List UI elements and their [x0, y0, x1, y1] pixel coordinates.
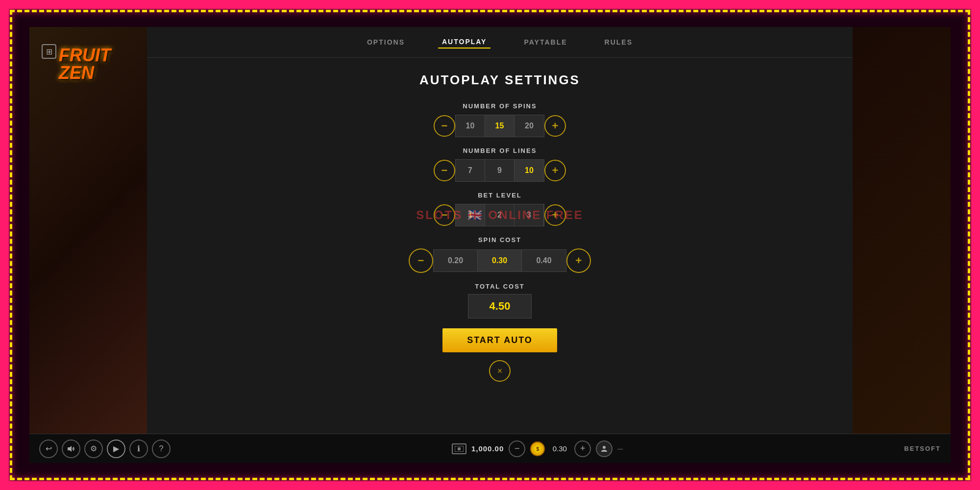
lines-controls: − 7 9 10 + — [434, 159, 566, 182]
autoplay-content: AUTOPLAY SETTINGS NUMBER OF SPINS − 10 1… — [147, 58, 853, 396]
tab-rules[interactable]: RULES — [601, 36, 637, 48]
lines-minus-button[interactable]: − — [434, 160, 455, 181]
start-auto-button[interactable]: START AUTO — [442, 328, 557, 352]
svg-point-3 — [603, 446, 606, 449]
bet-level-values: 1 2 3 SLOTS 🇬🇧 ONLINE FREE — [455, 204, 544, 226]
spins-controls: − 10 15 20 + — [434, 115, 566, 137]
total-cost-section: TOTAL COST 4.50 — [377, 283, 622, 318]
logo-text-zen: ZEN — [59, 63, 94, 83]
settings-button[interactable]: ⚙ — [84, 440, 103, 458]
spin-cost-controls: − 0.20 0.30 0.40 + — [409, 248, 591, 273]
spins-value-10[interactable]: 10 — [456, 115, 485, 137]
lines-label: NUMBER OF LINES — [463, 147, 537, 154]
lines-plus-button[interactable]: + — [544, 160, 566, 181]
total-cost-label: TOTAL COST — [475, 283, 525, 290]
toolbar-balance-area: 1,000.00 − $ 0.30 + – — [180, 441, 894, 457]
balance-amount: 1,000.00 — [471, 444, 504, 453]
betsoft-logo: BETSOFT — [904, 445, 941, 452]
spin-cost-value-020[interactable]: 0.20 — [434, 250, 478, 271]
toolbar-separator: – — [617, 443, 623, 454]
bet-level-plus-button[interactable]: + — [544, 204, 566, 226]
lines-value-7[interactable]: 7 — [456, 160, 485, 181]
sound-button[interactable] — [62, 440, 80, 458]
bet-level-label: BET LEVEL — [478, 192, 522, 199]
bet-plus-button[interactable]: + — [574, 441, 591, 457]
svg-marker-0 — [68, 446, 72, 452]
spins-minus-button[interactable]: − — [434, 115, 455, 137]
play-button[interactable]: ▶ — [107, 440, 125, 458]
help-button[interactable]: ? — [152, 440, 171, 458]
bet-level-value-2[interactable]: 2 — [485, 204, 514, 226]
spin-cost-value-040[interactable]: 0.40 — [522, 250, 566, 271]
spin-cost-values: 0.20 0.30 0.40 — [433, 249, 566, 272]
spins-values: 10 15 20 — [455, 115, 544, 137]
info-button[interactable]: ℹ — [129, 440, 148, 458]
logo-text-fruit: F — [59, 45, 70, 65]
lines-value-9[interactable]: 9 — [485, 160, 514, 181]
game-logo: ⊞ FRUIT ZEN — [39, 42, 118, 81]
bottom-toolbar: ↩ ⚙ ▶ ℹ ? 1,000.00 − $ — [29, 434, 951, 463]
lines-values: 7 9 10 — [455, 159, 544, 182]
coin-icon: $ — [530, 441, 545, 456]
lines-value-10[interactable]: 10 — [514, 160, 544, 181]
bet-level-value-3[interactable]: 3 — [514, 204, 544, 226]
tab-autoplay[interactable]: AUTOPLAY — [438, 36, 490, 49]
spins-label: NUMBER OF SPINS — [463, 102, 537, 110]
tab-paytable[interactable]: PAYTABLE — [520, 36, 571, 48]
balance-icon — [452, 443, 466, 454]
nav-tabs: OPTIONS AUTOPLAY PAYTABLE RULES — [147, 27, 853, 58]
logo-icon: ⊞ — [42, 44, 56, 59]
left-sidebar: ⊞ FRUIT ZEN — [29, 27, 147, 434]
bet-level-minus-button[interactable]: − — [434, 204, 455, 226]
page-title: AUTOPLAY SETTINGS — [419, 73, 580, 88]
main-panel: OPTIONS AUTOPLAY PAYTABLE RULES AUTOPLAY… — [147, 27, 853, 434]
tab-options[interactable]: OPTIONS — [363, 36, 409, 48]
logo-text-ruit: RUIT — [70, 45, 111, 65]
spin-cost-label: SPIN COST — [478, 236, 521, 244]
bet-value: 0.30 — [550, 444, 569, 453]
right-sidebar — [853, 27, 951, 434]
spin-cost-section: SPIN COST − 0.20 0.30 0.40 + — [377, 236, 622, 273]
bet-level-controls: − 1 2 3 SLOTS 🇬🇧 ONLINE FREE + — [434, 204, 566, 226]
close-button[interactable]: × — [489, 360, 511, 382]
bet-minus-button[interactable]: − — [509, 441, 525, 457]
profile-icon — [596, 441, 612, 457]
spins-value-15[interactable]: 15 — [485, 115, 514, 137]
spin-cost-value-030[interactable]: 0.30 — [478, 250, 522, 271]
game-container: ⊞ FRUIT ZEN OPTIONS AUTOPLAY PAYTABLE RU… — [29, 27, 951, 463]
spin-cost-minus-button[interactable]: − — [409, 248, 433, 273]
svg-rect-2 — [458, 447, 461, 450]
spins-section: NUMBER OF SPINS − 10 15 20 + — [377, 102, 622, 137]
spin-cost-plus-button[interactable]: + — [566, 248, 591, 273]
bet-level-section: BET LEVEL − 1 2 3 SLOTS 🇬🇧 ONLINE FREE + — [377, 192, 622, 226]
logo-text: FRUIT ZEN — [59, 47, 111, 82]
lines-section: NUMBER OF LINES − 7 9 10 + — [377, 147, 622, 182]
back-button[interactable]: ↩ — [39, 440, 58, 458]
spins-plus-button[interactable]: + — [544, 115, 566, 137]
total-cost-value: 4.50 — [468, 294, 532, 318]
bet-level-value-1[interactable]: 1 — [456, 204, 485, 226]
spins-value-20[interactable]: 20 — [514, 115, 544, 137]
toolbar-left-icons: ↩ ⚙ ▶ ℹ ? — [39, 440, 171, 458]
